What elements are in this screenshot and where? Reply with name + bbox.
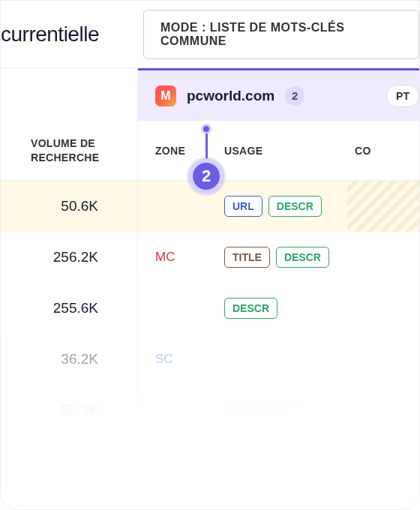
cell-co-striped <box>347 181 419 232</box>
domain-header: M pcworld.com 2 PT <box>137 68 419 121</box>
table-row[interactable]: 256.2K MC TITLE DESCR <box>1 232 419 283</box>
cell-volume: 36.2K <box>1 351 137 368</box>
cell-volume: 50.6K <box>1 198 137 214</box>
cell-zone: SC <box>137 352 212 367</box>
table-row[interactable]: 36.2K SC <box>1 334 419 385</box>
tag-url: URL <box>224 400 262 421</box>
cell-volume: 55.3K <box>1 402 137 418</box>
domain-favicon: M <box>155 86 176 106</box>
tag-descr: DESCR <box>224 298 278 319</box>
col-volume[interactable]: VOLUME DE RECHERCHE <box>1 136 137 164</box>
top-bar: currentielle MODE : LISTE DE MOTS-CLÉS C… <box>1 1 419 68</box>
cell-volume: 255.6K <box>1 300 137 316</box>
table-row[interactable]: 255.6K DESCR <box>1 283 419 334</box>
cell-usage: TITLE DESCR <box>212 247 347 268</box>
mode-selector[interactable]: MODE : LISTE DE MOTS-CLÉS COMMUNE <box>143 10 419 59</box>
tag-title: TITLE <box>224 247 270 268</box>
cell-usage: URL DESCR <box>212 196 347 217</box>
step-dot-icon <box>201 124 212 134</box>
app-card: currentielle MODE : LISTE DE MOTS-CLÉS C… <box>0 0 420 510</box>
pt-pill[interactable]: PT <box>386 85 419 107</box>
step-indicator: 2 <box>188 124 224 194</box>
step-number-badge: 2 <box>188 158 224 194</box>
tag-descr: DESCR <box>268 196 322 217</box>
domain-keyword-count: 2 <box>285 86 304 106</box>
step-connector-line <box>206 134 208 160</box>
tag-descr: DESCR <box>276 247 329 268</box>
cell-usage: DESCR <box>212 298 347 319</box>
tag-p: <P <box>268 400 298 421</box>
page-title-fragment: currentielle <box>1 22 136 46</box>
cell-volume: 256.2K <box>1 249 137 266</box>
tag-url: URL <box>224 196 262 217</box>
col-co[interactable]: CO <box>347 145 419 157</box>
table-row[interactable]: 55.3K URL <P <box>1 385 419 436</box>
domain-name: pcworld.com <box>187 88 274 104</box>
cell-zone: MC <box>137 250 212 265</box>
col-usage[interactable]: USAGE <box>212 145 347 157</box>
cell-usage: URL <P <box>212 400 347 421</box>
